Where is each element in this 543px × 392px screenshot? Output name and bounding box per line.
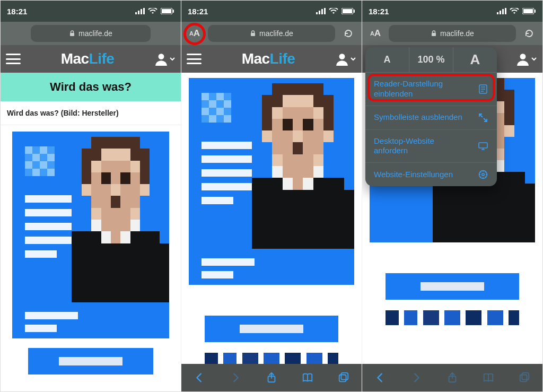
phone-screenshot-1: 18:21 maclife.de MacLife Wird das was? W… <box>1 1 181 391</box>
reader-icon <box>478 84 488 94</box>
svg-point-8 <box>159 54 164 59</box>
svg-rect-0 <box>135 12 137 14</box>
popover-item-hide-toolbar[interactable]: Symbolleiste ausblenden <box>365 106 497 130</box>
tabs-icon <box>338 372 349 384</box>
svg-rect-22 <box>500 11 501 14</box>
zoom-percent-label: 100 % <box>409 47 453 72</box>
chevron-down-icon <box>350 56 356 62</box>
share-button[interactable] <box>265 371 278 384</box>
tabs-button[interactable] <box>518 371 531 384</box>
svg-rect-34 <box>479 143 487 148</box>
book-icon <box>302 372 313 384</box>
svg-rect-27 <box>535 10 536 13</box>
share-icon <box>266 372 277 384</box>
pixelated-cta-button <box>28 348 153 374</box>
user-menu-button[interactable] <box>154 52 176 66</box>
hamburger-icon[interactable] <box>6 54 21 64</box>
chevron-left-icon <box>194 372 205 384</box>
svg-rect-23 <box>502 9 504 14</box>
pixelated-hero-image <box>189 78 354 285</box>
svg-rect-19 <box>339 375 346 382</box>
svg-rect-6 <box>173 10 174 13</box>
svg-rect-1 <box>138 11 139 14</box>
three-phone-composite: 18:21 maclife.de MacLife Wird das was? W… <box>0 0 543 392</box>
svg-rect-9 <box>316 12 318 14</box>
status-icons <box>316 8 355 14</box>
chevron-right-icon <box>410 372 422 384</box>
text-size-aa-button[interactable]: AA <box>186 25 204 42</box>
safari-url-bar: maclife.de <box>1 22 181 45</box>
popover-item-request-desktop[interactable]: Desktop-Website anfordern <box>365 130 497 163</box>
popover-item-website-settings[interactable]: Website-Einstellungen <box>365 163 497 186</box>
user-menu-button[interactable] <box>335 52 356 66</box>
url-pill[interactable]: maclife.de <box>208 25 335 42</box>
site-logo[interactable]: MacLife <box>61 50 115 67</box>
chevron-down-icon <box>169 56 176 62</box>
text-size-aa-button[interactable]: AA <box>366 25 384 42</box>
tabs-button[interactable] <box>337 371 350 384</box>
phone-screenshot-3: 18:21 AA maclife.de MacLife <box>362 1 542 391</box>
svg-rect-2 <box>141 9 142 14</box>
svg-point-17 <box>339 54 345 59</box>
url-pill[interactable]: maclife.de <box>31 25 151 42</box>
back-button[interactable] <box>374 371 387 384</box>
aa-popover-menu: A 100 % A Reader-Darstellung einblenden … <box>365 47 497 186</box>
article-headline-banner: Wird das was? <box>1 73 181 101</box>
user-menu-button[interactable] <box>516 52 537 66</box>
reload-button[interactable] <box>520 25 538 42</box>
svg-rect-24 <box>505 8 506 14</box>
forward-button <box>229 371 242 384</box>
person-icon <box>154 52 168 66</box>
ios-status-bar: 18:21 <box>1 1 181 22</box>
site-logo[interactable]: MacLife <box>242 50 295 67</box>
safari-bottom-toolbar <box>181 364 362 391</box>
lock-icon <box>250 30 256 37</box>
popover-item-reader[interactable]: Reader-Darstellung einblenden <box>365 73 497 106</box>
pixelated-hero-image <box>12 132 169 338</box>
svg-rect-15 <box>354 10 355 13</box>
status-time: 18:21 <box>188 7 208 16</box>
svg-rect-28 <box>432 33 436 36</box>
svg-rect-16 <box>251 33 255 36</box>
book-icon <box>483 372 494 384</box>
gear-icon <box>478 169 488 180</box>
desktop-icon <box>478 141 488 151</box>
safari-bottom-toolbar <box>362 364 542 391</box>
bookmarks-button[interactable] <box>301 371 314 384</box>
svg-rect-26 <box>523 9 533 13</box>
url-domain: maclife.de <box>78 29 112 38</box>
tabs-icon <box>519 372 530 384</box>
url-pill[interactable]: maclife.de <box>389 25 516 42</box>
pixelated-cta-button <box>386 273 519 300</box>
phone-screenshot-2: 18:21 AA maclife.de MacLife <box>181 1 362 391</box>
svg-rect-5 <box>162 9 171 13</box>
svg-rect-20 <box>341 373 348 380</box>
hamburger-icon[interactable] <box>187 54 202 64</box>
status-icons <box>497 8 536 14</box>
person-icon <box>335 52 349 66</box>
svg-rect-3 <box>143 8 145 14</box>
svg-rect-21 <box>497 12 498 14</box>
svg-point-29 <box>520 54 526 59</box>
svg-point-38 <box>482 173 484 176</box>
safari-url-bar: AA maclife.de <box>181 22 362 45</box>
status-time: 18:21 <box>7 7 27 16</box>
chevron-right-icon <box>230 372 241 384</box>
increase-text-button[interactable]: A <box>453 47 497 72</box>
site-header: MacLife <box>181 45 362 73</box>
decrease-text-button[interactable]: A <box>365 47 409 72</box>
ios-status-bar: 18:21 <box>362 1 542 22</box>
svg-rect-7 <box>70 33 74 36</box>
back-button[interactable] <box>193 371 206 384</box>
reload-button[interactable] <box>339 25 357 42</box>
popover-item-label: Website-Einstellungen <box>374 170 453 180</box>
share-button[interactable] <box>446 371 459 384</box>
popover-item-label: Desktop-Website anfordern <box>374 136 469 156</box>
svg-rect-12 <box>324 8 326 14</box>
share-icon <box>446 372 458 384</box>
bookmarks-button[interactable] <box>482 371 495 384</box>
svg-rect-14 <box>343 9 352 13</box>
pixelated-text-row <box>386 310 519 325</box>
svg-rect-11 <box>321 9 323 14</box>
text-size-row: A 100 % A <box>365 47 497 73</box>
